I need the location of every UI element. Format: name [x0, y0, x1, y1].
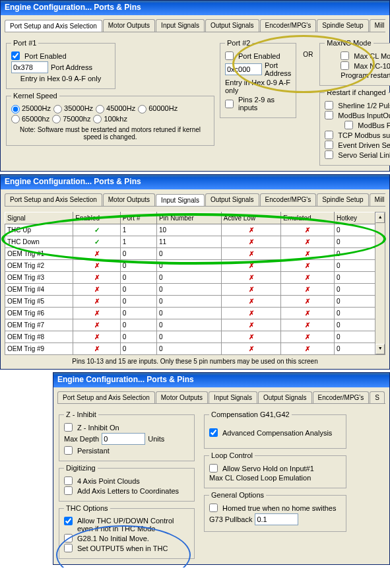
cell[interactable]: ✗ [221, 236, 281, 248]
col-header[interactable]: Emulated [281, 212, 335, 224]
tab-output-signals[interactable]: Output Signals [205, 19, 259, 32]
tab-output-signals-2[interactable]: Output Signals [205, 193, 259, 206]
cell[interactable]: OEM Trig #7 [5, 319, 73, 331]
tab-input-signals[interactable]: Input Signals [156, 19, 205, 32]
tab-spindle-2[interactable]: Spindle Setup [317, 193, 368, 206]
port2-addr-input[interactable] [225, 63, 262, 75]
cell[interactable]: THC Up [5, 224, 73, 236]
cell[interactable]: ✗ [281, 236, 335, 248]
tab-port-setup-2[interactable]: Port Setup and Axis Selection [5, 193, 102, 206]
cell[interactable]: ✗ [73, 272, 121, 284]
cell[interactable]: ✗ [281, 224, 335, 236]
col-header[interactable]: Pin Number [156, 212, 221, 224]
cell[interactable]: ✓ [73, 224, 121, 236]
table-row[interactable]: OEM Trig #7✗00✗✗0 [5, 319, 375, 331]
cell[interactable]: 0 [120, 248, 156, 260]
cell[interactable]: 0 [334, 331, 375, 343]
col-header[interactable]: Port # [120, 212, 156, 224]
tab-spindle[interactable]: Spindle Setup [317, 19, 368, 32]
cell[interactable]: ✗ [73, 343, 121, 355]
cell[interactable]: ✗ [73, 319, 121, 331]
cell[interactable]: 0 [120, 331, 156, 343]
cell[interactable]: OEM Trig #5 [5, 296, 73, 308]
cell[interactable]: ✓ [73, 236, 121, 248]
cell[interactable]: ✗ [281, 296, 335, 308]
cell[interactable]: ✗ [221, 260, 281, 272]
tab-mill-options[interactable]: Mill Options [370, 19, 385, 32]
restart-opt-0[interactable] [325, 101, 333, 110]
scroll-up-icon[interactable]: ▲ [375, 212, 385, 223]
cell[interactable]: 0 [334, 343, 375, 355]
col-header[interactable]: Signal [5, 212, 73, 224]
maxnc-wave-checkbox[interactable] [341, 61, 349, 70]
table-row[interactable]: THC Down✓111✗✗0 [5, 236, 375, 248]
cell[interactable]: 0 [156, 296, 221, 308]
table-row[interactable]: OEM Trig #8✗00✗✗0 [5, 331, 375, 343]
kernel-opt-4[interactable]: 65000hz [11, 115, 49, 124]
cell[interactable]: OEM Trig #9 [5, 343, 73, 355]
tab-spindle-3[interactable]: S [370, 391, 385, 403]
cell[interactable]: 11 [156, 236, 221, 248]
cell[interactable]: ✗ [221, 248, 281, 260]
tab-output-signals-3[interactable]: Output Signals [258, 391, 312, 403]
kernel-opt-0[interactable]: 25000Hz [11, 104, 51, 114]
table-row[interactable]: OEM Trig #6✗00✗✗0 [5, 308, 375, 319]
tab-encoder[interactable]: Encoder/MPG's [260, 19, 317, 32]
maxnc-cl-checkbox[interactable] [341, 51, 349, 60]
cell[interactable]: ✗ [221, 296, 281, 308]
cell[interactable]: 0 [156, 260, 221, 272]
cell[interactable]: ✗ [281, 284, 335, 296]
cell[interactable]: 0 [120, 284, 156, 296]
homed-true-checkbox[interactable] [209, 504, 218, 512]
cell[interactable]: 0 [156, 272, 221, 284]
cell[interactable]: ✗ [281, 260, 335, 272]
kernel-opt-2[interactable]: 45000Hz [96, 104, 135, 114]
table-row[interactable]: OEM Trig #2✗00✗✗0 [5, 260, 375, 272]
cell[interactable]: 1 [120, 224, 156, 236]
cell[interactable]: ✗ [281, 343, 335, 355]
cell[interactable]: 0 [334, 308, 375, 319]
thc-output5-checkbox[interactable] [64, 544, 73, 552]
cell[interactable]: 0 [334, 296, 375, 308]
cell[interactable]: 0 [156, 343, 221, 355]
tab-input-signals-2[interactable]: Input Signals [156, 194, 205, 207]
cell[interactable]: 0 [156, 284, 221, 296]
tab-motor-outputs-2[interactable]: Motor Outputs [103, 193, 155, 206]
cell[interactable]: ✗ [221, 343, 281, 355]
cell[interactable]: ✗ [73, 296, 121, 308]
table-row[interactable]: OEM Trig #5✗00✗✗0 [5, 296, 375, 308]
tab-motor-outputs-3[interactable]: Motor Outputs [156, 391, 208, 403]
max-depth-input[interactable] [102, 433, 145, 445]
cell[interactable]: 0 [334, 272, 375, 284]
port2-enabled-checkbox[interactable] [225, 51, 234, 60]
kernel-opt-1[interactable]: 35000Hz [53, 104, 93, 114]
cell[interactable]: 0 [334, 319, 375, 331]
kernel-opt-3[interactable]: 60000Hz [138, 104, 178, 114]
zinhibit-on-checkbox[interactable] [64, 423, 73, 432]
cell[interactable]: 0 [120, 260, 156, 272]
cell[interactable]: ✗ [73, 331, 121, 343]
scrollbar[interactable]: ▲ ▼ [375, 212, 385, 355]
cell[interactable]: 0 [334, 236, 375, 248]
cell[interactable]: ✗ [281, 272, 335, 284]
restart-opt-4[interactable] [325, 141, 333, 149]
cell[interactable]: ✗ [281, 308, 335, 319]
cell[interactable]: ✗ [221, 308, 281, 319]
cell[interactable]: OEM Trig #6 [5, 308, 73, 319]
cell[interactable]: OEM Trig #4 [5, 284, 73, 296]
cell[interactable]: 0 [120, 343, 156, 355]
cell[interactable]: ✗ [221, 224, 281, 236]
table-row[interactable]: OEM Trig #9✗00✗✗0 [5, 343, 375, 355]
cell[interactable]: 0 [120, 308, 156, 319]
cell[interactable]: 0 [334, 248, 375, 260]
restart-opt-3[interactable] [325, 131, 333, 139]
table-row[interactable]: OEM Trig #4✗00✗✗0 [5, 284, 375, 296]
thc-allow-checkbox[interactable] [64, 517, 73, 525]
restart-opt-5[interactable] [325, 150, 333, 159]
table-row[interactable]: OEM Trig #3✗00✗✗0 [5, 272, 375, 284]
table-row[interactable]: OEM Trig #1✗00✗✗0 [5, 248, 375, 260]
cell[interactable]: 0 [334, 284, 375, 296]
tab-mill-options-2[interactable]: Mill Options [370, 193, 385, 206]
col-header[interactable]: Enabled [73, 212, 121, 224]
port2-pins-checkbox[interactable] [225, 100, 234, 108]
